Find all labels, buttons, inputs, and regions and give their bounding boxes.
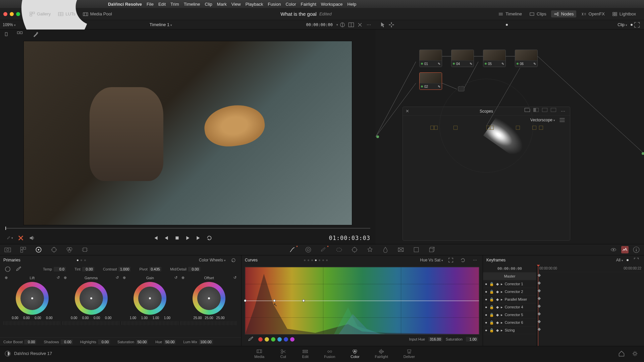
jog-wheel[interactable] — [121, 321, 179, 325]
split-screen-icon[interactable] — [348, 21, 355, 28]
jog-wheel[interactable] — [180, 321, 238, 325]
temp-value[interactable]: 0.0 — [54, 267, 66, 272]
page-deliver[interactable]: Deliver — [404, 349, 415, 359]
hue-vs-sat-curve[interactable]: ↖ — [245, 267, 479, 335]
menu-clip[interactable]: Clip — [205, 2, 212, 7]
wheel-value[interactable]: 0.00 — [21, 316, 32, 320]
openfx-button[interactable]: OpenFX — [578, 10, 607, 17]
tint-value[interactable]: 0.00 — [82, 267, 94, 272]
pan-icon[interactable] — [388, 21, 395, 28]
wheel-reset-icon[interactable]: ↺ — [174, 276, 177, 280]
jog-wheel[interactable] — [3, 321, 61, 325]
nodes-button[interactable]: Nodes — [551, 10, 577, 17]
wheel-value[interactable]: 1.00 — [139, 316, 149, 320]
kf-expand-icon[interactable] — [633, 257, 640, 263]
menu-edit[interactable]: Edit — [158, 2, 166, 7]
keyframe-marker[interactable] — [538, 289, 541, 293]
hue-swatch[interactable] — [265, 337, 269, 342]
node-editor[interactable]: 01✎04✎05✎06✎02✎ ✕ Scopes ⋯ Vectorscope▾ — [376, 29, 644, 244]
eyedropper-icon[interactable]: ▾ — [6, 235, 13, 241]
hue-swatch[interactable] — [277, 337, 282, 342]
node-02[interactable]: 02✎ — [419, 72, 442, 90]
luts-button[interactable]: LUTs — [55, 10, 78, 17]
expand-curve-icon[interactable] — [447, 257, 454, 263]
mute-icon[interactable] — [29, 235, 35, 241]
curve-point[interactable] — [244, 299, 247, 302]
bypass-icon[interactable] — [17, 235, 24, 241]
key-icon[interactable] — [397, 246, 405, 253]
close-window-icon[interactable] — [3, 12, 7, 16]
next-clip-icon[interactable] — [196, 235, 202, 241]
keyframe-marker[interactable] — [538, 305, 541, 308]
lift-wheel[interactable] — [16, 282, 49, 315]
curves-icon[interactable] — [289, 246, 297, 253]
curve-sat-value[interactable]: 1.00 — [466, 337, 478, 342]
scope-mode-dropdown[interactable]: Vectorscope▾ — [530, 118, 555, 122]
qualifier-icon[interactable] — [320, 246, 327, 253]
viewer-timecode[interactable]: 01:00:03:03 — [329, 235, 370, 241]
info-icon[interactable] — [633, 246, 640, 253]
magic-wand-icon[interactable] — [32, 31, 39, 38]
stop-icon[interactable] — [174, 235, 180, 241]
page-edit[interactable]: Edit — [302, 349, 309, 359]
mediapool-button[interactable]: Media Pool — [80, 10, 115, 17]
page-color[interactable]: Color — [351, 349, 359, 359]
wheel-value[interactable]: 25.00 — [215, 316, 225, 320]
kf-track-row[interactable]: ●🔒◆▸Corrector 4 — [483, 303, 536, 311]
wheel-value[interactable]: 25.00 — [193, 316, 203, 320]
offset-wheel[interactable] — [193, 282, 225, 315]
curves-mode-dropdown[interactable]: Hue Vs Sat▾ — [420, 258, 443, 262]
hdr-wheels-icon[interactable] — [50, 246, 58, 253]
menu-file[interactable]: File — [147, 2, 154, 7]
primaries-icon[interactable] — [35, 246, 42, 253]
scope-settings-icon[interactable] — [559, 117, 566, 123]
keyframe-marker[interactable] — [538, 297, 541, 300]
window-icon[interactable] — [335, 246, 343, 253]
color-match-icon[interactable] — [19, 246, 27, 253]
keyframe-marker[interactable] — [538, 312, 541, 316]
blur-icon[interactable] — [382, 246, 389, 253]
menu-fairlight[interactable]: Fairlight — [301, 2, 316, 7]
menu-mark[interactable]: Mark — [217, 2, 227, 7]
stills-mode-icon[interactable] — [4, 31, 11, 38]
zoom-dropdown[interactable]: 109%▾ — [3, 22, 16, 27]
wheel-value[interactable]: 1.00 — [162, 316, 172, 320]
kf-track-row[interactable]: ●🔒◆▸Parallel Mixer — [483, 296, 536, 303]
keyframe-marker[interactable] — [538, 328, 541, 331]
wheel-value[interactable]: 0.00 — [10, 316, 20, 320]
wheel-value[interactable]: 0.00 — [69, 316, 79, 320]
menu-view[interactable]: View — [231, 2, 241, 7]
lummix-value[interactable]: 100.00 — [199, 340, 213, 344]
page-media[interactable]: Media — [254, 349, 264, 359]
wheel-value[interactable]: 0.00 — [92, 316, 102, 320]
kf-track-row[interactable]: ●🔒◆▸Sizing — [483, 326, 536, 334]
kf-track-row[interactable]: ●🔒◆▸Corrector 5 — [483, 311, 536, 319]
gain-wheel[interactable] — [133, 282, 166, 315]
keyframe-timeline[interactable]: 00:00:00:0000:00:00:22 — [537, 265, 644, 346]
scope-options-icon[interactable]: ⋯ — [559, 108, 566, 115]
scrub-bar[interactable] — [0, 227, 376, 232]
gallery-button[interactable]: Gallery — [27, 10, 53, 17]
menu-timeline[interactable]: Timeline — [184, 2, 200, 7]
home-icon[interactable] — [618, 350, 625, 357]
pick-white-icon[interactable] — [15, 266, 22, 273]
hue-swatch[interactable] — [290, 337, 294, 342]
wheel-picker-icon[interactable]: ⊕ — [5, 276, 8, 280]
tracker-icon[interactable] — [351, 246, 358, 253]
pointer-icon[interactable] — [379, 21, 386, 28]
menu-color[interactable]: Color — [285, 2, 296, 7]
clips-button[interactable]: Clips — [527, 10, 549, 17]
wheel-value[interactable]: 0.00 — [33, 316, 43, 320]
zoom-window-icon[interactable] — [16, 12, 20, 16]
timeline-button[interactable]: Timeline — [495, 10, 525, 17]
node-04[interactable]: 04✎ — [451, 50, 474, 67]
highlights-value[interactable]: 0.00 — [98, 340, 110, 344]
wheel-value[interactable]: 1.00 — [151, 316, 161, 320]
auto-balance-icon[interactable] — [4, 266, 11, 273]
menu-help[interactable]: Help — [347, 2, 357, 7]
gamma-wheel[interactable] — [75, 282, 108, 315]
viewer-options-icon[interactable]: ⋯ — [365, 21, 372, 28]
image-wipe-icon[interactable] — [339, 21, 346, 28]
scope-layout-4-icon[interactable] — [542, 108, 547, 112]
motion-effects-icon[interactable] — [81, 246, 89, 253]
